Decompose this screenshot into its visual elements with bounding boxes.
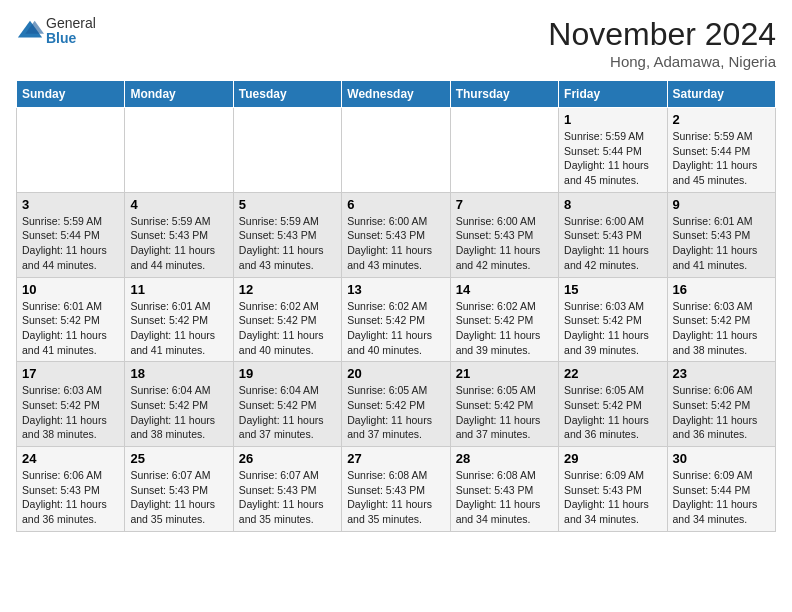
day-info: Sunrise: 6:06 AMSunset: 5:43 PMDaylight:… [22,468,119,527]
month-year: November 2024 [548,16,776,53]
day-number: 24 [22,451,119,466]
day-info: Sunrise: 6:04 AMSunset: 5:42 PMDaylight:… [130,383,227,442]
day-cell [233,108,341,193]
day-number: 15 [564,282,661,297]
day-info: Sunrise: 6:02 AMSunset: 5:42 PMDaylight:… [456,299,553,358]
day-number: 5 [239,197,336,212]
week-row-5: 24Sunrise: 6:06 AMSunset: 5:43 PMDayligh… [17,447,776,532]
day-cell: 1Sunrise: 5:59 AMSunset: 5:44 PMDaylight… [559,108,667,193]
title-block: November 2024 Hong, Adamawa, Nigeria [548,16,776,70]
location: Hong, Adamawa, Nigeria [548,53,776,70]
week-row-2: 3Sunrise: 5:59 AMSunset: 5:44 PMDaylight… [17,192,776,277]
day-number: 30 [673,451,770,466]
day-info: Sunrise: 6:06 AMSunset: 5:42 PMDaylight:… [673,383,770,442]
day-cell: 21Sunrise: 6:05 AMSunset: 5:42 PMDayligh… [450,362,558,447]
day-cell: 24Sunrise: 6:06 AMSunset: 5:43 PMDayligh… [17,447,125,532]
day-number: 21 [456,366,553,381]
day-number: 23 [673,366,770,381]
day-cell: 18Sunrise: 6:04 AMSunset: 5:42 PMDayligh… [125,362,233,447]
day-cell: 17Sunrise: 6:03 AMSunset: 5:42 PMDayligh… [17,362,125,447]
day-cell: 3Sunrise: 5:59 AMSunset: 5:44 PMDaylight… [17,192,125,277]
day-number: 14 [456,282,553,297]
day-cell: 6Sunrise: 6:00 AMSunset: 5:43 PMDaylight… [342,192,450,277]
weekday-header-monday: Monday [125,81,233,108]
day-number: 7 [456,197,553,212]
day-info: Sunrise: 6:01 AMSunset: 5:42 PMDaylight:… [22,299,119,358]
day-info: Sunrise: 6:03 AMSunset: 5:42 PMDaylight:… [564,299,661,358]
day-cell [17,108,125,193]
day-cell [450,108,558,193]
logo: General Blue [16,16,96,47]
weekday-header-saturday: Saturday [667,81,775,108]
page-header: General Blue November 2024 Hong, Adamawa… [16,16,776,70]
week-row-1: 1Sunrise: 5:59 AMSunset: 5:44 PMDaylight… [17,108,776,193]
day-cell: 5Sunrise: 5:59 AMSunset: 5:43 PMDaylight… [233,192,341,277]
weekday-header-tuesday: Tuesday [233,81,341,108]
day-info: Sunrise: 6:05 AMSunset: 5:42 PMDaylight:… [456,383,553,442]
day-cell: 23Sunrise: 6:06 AMSunset: 5:42 PMDayligh… [667,362,775,447]
day-info: Sunrise: 6:02 AMSunset: 5:42 PMDaylight:… [347,299,444,358]
day-info: Sunrise: 5:59 AMSunset: 5:43 PMDaylight:… [239,214,336,273]
day-cell: 27Sunrise: 6:08 AMSunset: 5:43 PMDayligh… [342,447,450,532]
day-cell: 26Sunrise: 6:07 AMSunset: 5:43 PMDayligh… [233,447,341,532]
day-info: Sunrise: 6:03 AMSunset: 5:42 PMDaylight:… [673,299,770,358]
day-cell: 2Sunrise: 5:59 AMSunset: 5:44 PMDaylight… [667,108,775,193]
day-number: 10 [22,282,119,297]
day-number: 1 [564,112,661,127]
day-info: Sunrise: 6:04 AMSunset: 5:42 PMDaylight:… [239,383,336,442]
day-info: Sunrise: 6:08 AMSunset: 5:43 PMDaylight:… [456,468,553,527]
day-cell: 25Sunrise: 6:07 AMSunset: 5:43 PMDayligh… [125,447,233,532]
day-info: Sunrise: 5:59 AMSunset: 5:44 PMDaylight:… [673,129,770,188]
day-info: Sunrise: 5:59 AMSunset: 5:44 PMDaylight:… [22,214,119,273]
day-info: Sunrise: 6:07 AMSunset: 5:43 PMDaylight:… [130,468,227,527]
day-number: 25 [130,451,227,466]
day-info: Sunrise: 6:01 AMSunset: 5:43 PMDaylight:… [673,214,770,273]
logo-icon [16,17,44,45]
day-info: Sunrise: 6:00 AMSunset: 5:43 PMDaylight:… [564,214,661,273]
day-cell: 22Sunrise: 6:05 AMSunset: 5:42 PMDayligh… [559,362,667,447]
day-number: 27 [347,451,444,466]
day-info: Sunrise: 6:09 AMSunset: 5:44 PMDaylight:… [673,468,770,527]
day-info: Sunrise: 6:07 AMSunset: 5:43 PMDaylight:… [239,468,336,527]
day-cell [342,108,450,193]
calendar-table: SundayMondayTuesdayWednesdayThursdayFrid… [16,80,776,532]
day-number: 2 [673,112,770,127]
logo-text: General Blue [46,16,96,47]
day-number: 6 [347,197,444,212]
day-info: Sunrise: 5:59 AMSunset: 5:43 PMDaylight:… [130,214,227,273]
day-cell: 15Sunrise: 6:03 AMSunset: 5:42 PMDayligh… [559,277,667,362]
weekday-header-thursday: Thursday [450,81,558,108]
day-number: 3 [22,197,119,212]
day-cell: 30Sunrise: 6:09 AMSunset: 5:44 PMDayligh… [667,447,775,532]
day-cell: 8Sunrise: 6:00 AMSunset: 5:43 PMDaylight… [559,192,667,277]
day-cell: 19Sunrise: 6:04 AMSunset: 5:42 PMDayligh… [233,362,341,447]
day-cell: 20Sunrise: 6:05 AMSunset: 5:42 PMDayligh… [342,362,450,447]
day-info: Sunrise: 6:09 AMSunset: 5:43 PMDaylight:… [564,468,661,527]
weekday-header-row: SundayMondayTuesdayWednesdayThursdayFrid… [17,81,776,108]
day-cell: 11Sunrise: 6:01 AMSunset: 5:42 PMDayligh… [125,277,233,362]
day-number: 11 [130,282,227,297]
day-number: 8 [564,197,661,212]
day-info: Sunrise: 6:05 AMSunset: 5:42 PMDaylight:… [564,383,661,442]
day-number: 9 [673,197,770,212]
day-number: 28 [456,451,553,466]
day-number: 4 [130,197,227,212]
day-info: Sunrise: 6:02 AMSunset: 5:42 PMDaylight:… [239,299,336,358]
day-number: 29 [564,451,661,466]
day-cell: 7Sunrise: 6:00 AMSunset: 5:43 PMDaylight… [450,192,558,277]
day-number: 20 [347,366,444,381]
day-cell: 9Sunrise: 6:01 AMSunset: 5:43 PMDaylight… [667,192,775,277]
week-row-3: 10Sunrise: 6:01 AMSunset: 5:42 PMDayligh… [17,277,776,362]
day-number: 12 [239,282,336,297]
day-number: 18 [130,366,227,381]
day-number: 26 [239,451,336,466]
day-info: Sunrise: 6:08 AMSunset: 5:43 PMDaylight:… [347,468,444,527]
day-info: Sunrise: 6:05 AMSunset: 5:42 PMDaylight:… [347,383,444,442]
day-cell: 14Sunrise: 6:02 AMSunset: 5:42 PMDayligh… [450,277,558,362]
weekday-header-wednesday: Wednesday [342,81,450,108]
day-number: 19 [239,366,336,381]
weekday-header-sunday: Sunday [17,81,125,108]
day-number: 22 [564,366,661,381]
weekday-header-friday: Friday [559,81,667,108]
day-cell: 29Sunrise: 6:09 AMSunset: 5:43 PMDayligh… [559,447,667,532]
